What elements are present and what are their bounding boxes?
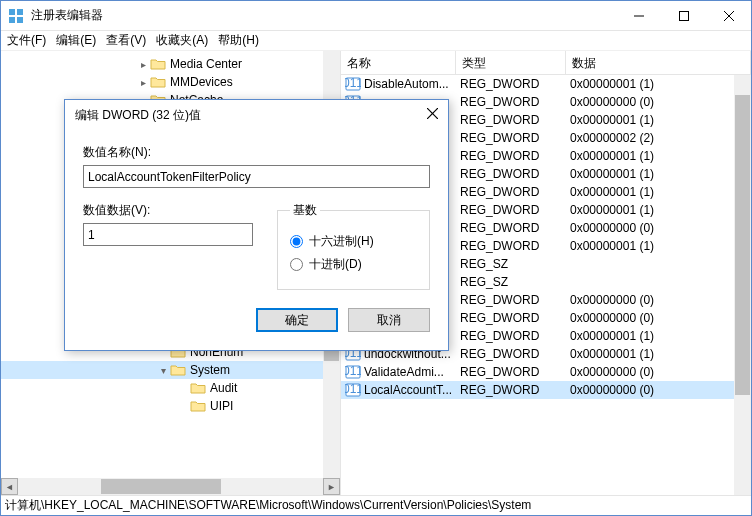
base-legend: 基数 bbox=[290, 202, 320, 219]
close-button[interactable] bbox=[706, 1, 751, 30]
value-data: 0x00000000 (0) bbox=[566, 311, 751, 325]
value-data: 0x00000001 (1) bbox=[566, 167, 751, 181]
titlebar: 注册表编辑器 bbox=[1, 1, 751, 31]
radio-hex[interactable]: 十六进制(H) bbox=[290, 233, 417, 250]
svg-rect-3 bbox=[17, 17, 23, 23]
maximize-button[interactable] bbox=[661, 1, 706, 30]
radio-hex-input[interactable] bbox=[290, 235, 303, 248]
value-type: REG_DWORD bbox=[456, 185, 566, 199]
value-type: REG_DWORD bbox=[456, 95, 566, 109]
value-data: 0x00000001 (1) bbox=[566, 77, 751, 91]
menu-help[interactable]: 帮助(H) bbox=[218, 32, 259, 49]
value-data: 0x00000001 (1) bbox=[566, 239, 751, 253]
list-row[interactable]: 011DisableAutom...REG_DWORD0x00000001 (1… bbox=[341, 75, 751, 93]
value-data: 0x00000001 (1) bbox=[566, 347, 751, 361]
value-type: REG_DWORD bbox=[456, 293, 566, 307]
svg-rect-2 bbox=[9, 17, 15, 23]
value-data: 0x00000000 (0) bbox=[566, 293, 751, 307]
list-scrollbar-v[interactable] bbox=[734, 75, 751, 495]
value-name: LocalAccountT... bbox=[364, 383, 452, 397]
value-type: REG_DWORD bbox=[456, 239, 566, 253]
value-type: REG_DWORD bbox=[456, 311, 566, 325]
svg-text:011: 011 bbox=[345, 77, 361, 90]
list-row[interactable]: 011LocalAccountT...REG_DWORD0x00000000 (… bbox=[341, 381, 751, 399]
folder-icon bbox=[150, 57, 166, 71]
folder-icon bbox=[150, 75, 166, 89]
menubar: 文件(F) 编辑(E) 查看(V) 收藏夹(A) 帮助(H) bbox=[1, 31, 751, 51]
value-data: 0x00000001 (1) bbox=[566, 149, 751, 163]
value-icon: 011 bbox=[345, 365, 361, 379]
menu-view[interactable]: 查看(V) bbox=[106, 32, 146, 49]
window-title: 注册表编辑器 bbox=[31, 7, 616, 24]
minimize-button[interactable] bbox=[616, 1, 661, 30]
list-header: 名称 类型 数据 bbox=[341, 51, 751, 75]
expand-icon[interactable]: ▾ bbox=[156, 365, 170, 376]
col-type[interactable]: 类型 bbox=[456, 51, 566, 74]
tree-label: Audit bbox=[210, 381, 237, 395]
tree-scrollbar-h[interactable]: ◄ ► bbox=[1, 478, 340, 495]
value-name: DisableAutom... bbox=[364, 77, 449, 91]
value-data: 0x00000001 (1) bbox=[566, 185, 751, 199]
ok-button[interactable]: 确定 bbox=[256, 308, 338, 332]
value-type: REG_DWORD bbox=[456, 113, 566, 127]
value-data: 0x00000000 (0) bbox=[566, 383, 751, 397]
folder-icon bbox=[190, 399, 206, 413]
value-data: 0x00000001 (1) bbox=[566, 203, 751, 217]
radio-dec-input[interactable] bbox=[290, 258, 303, 271]
tree-label: UIPI bbox=[210, 399, 233, 413]
radio-dec[interactable]: 十进制(D) bbox=[290, 256, 417, 273]
expand-icon[interactable]: ▸ bbox=[136, 77, 150, 88]
value-data: 0x00000001 (1) bbox=[566, 113, 751, 127]
value-icon: 011 bbox=[345, 383, 361, 397]
col-name[interactable]: 名称 bbox=[341, 51, 456, 74]
menu-favorites[interactable]: 收藏夹(A) bbox=[156, 32, 208, 49]
svg-text:011: 011 bbox=[345, 365, 361, 378]
tree-item[interactable]: ▸MMDevices bbox=[1, 73, 340, 91]
edit-dword-dialog: 编辑 DWORD (32 位)值 数值名称(N): 数值数据(V): 基数 十六… bbox=[64, 99, 449, 351]
value-data: 0x00000000 (0) bbox=[566, 221, 751, 235]
window-buttons bbox=[616, 1, 751, 30]
tree-item[interactable]: UIPI bbox=[1, 397, 340, 415]
tree-item[interactable]: Audit bbox=[1, 379, 340, 397]
folder-icon bbox=[170, 363, 186, 377]
value-type: REG_DWORD bbox=[456, 347, 566, 361]
svg-text:011: 011 bbox=[345, 383, 361, 396]
value-type: REG_DWORD bbox=[456, 167, 566, 181]
value-data: 0x00000000 (0) bbox=[566, 365, 751, 379]
value-icon: 011 bbox=[345, 77, 361, 91]
value-type: REG_DWORD bbox=[456, 383, 566, 397]
statusbar: 计算机\HKEY_LOCAL_MACHINE\SOFTWARE\Microsof… bbox=[1, 495, 751, 515]
value-type: REG_DWORD bbox=[456, 365, 566, 379]
base-fieldset: 基数 十六进制(H) 十进制(D) bbox=[277, 202, 430, 290]
expand-icon[interactable]: ▸ bbox=[136, 59, 150, 70]
list-row[interactable]: 011ValidateAdmi...REG_DWORD0x00000000 (0… bbox=[341, 363, 751, 381]
value-type: REG_DWORD bbox=[456, 221, 566, 235]
value-data: 0x00000002 (2) bbox=[566, 131, 751, 145]
value-data-label: 数值数据(V): bbox=[83, 202, 253, 219]
value-name: ValidateAdmi... bbox=[364, 365, 444, 379]
cancel-button[interactable]: 取消 bbox=[348, 308, 430, 332]
folder-icon bbox=[190, 381, 206, 395]
value-type: REG_DWORD bbox=[456, 77, 566, 91]
value-type: REG_DWORD bbox=[456, 203, 566, 217]
tree-label: System bbox=[190, 363, 230, 377]
col-data[interactable]: 数据 bbox=[566, 51, 751, 74]
tree-label: MMDevices bbox=[170, 75, 233, 89]
tree-label: Media Center bbox=[170, 57, 242, 71]
value-type: REG_DWORD bbox=[456, 149, 566, 163]
value-name-input[interactable] bbox=[83, 165, 430, 188]
value-data: 0x00000001 (1) bbox=[566, 329, 751, 343]
value-data-input[interactable] bbox=[83, 223, 253, 246]
tree-item[interactable]: ▸Media Center bbox=[1, 55, 340, 73]
status-path: 计算机\HKEY_LOCAL_MACHINE\SOFTWARE\Microsof… bbox=[5, 497, 531, 514]
app-icon bbox=[8, 8, 24, 24]
menu-file[interactable]: 文件(F) bbox=[7, 32, 46, 49]
dialog-close-icon[interactable] bbox=[427, 108, 438, 122]
menu-edit[interactable]: 编辑(E) bbox=[56, 32, 96, 49]
dialog-titlebar[interactable]: 编辑 DWORD (32 位)值 bbox=[65, 100, 448, 130]
tree-item[interactable]: ▾System bbox=[1, 361, 340, 379]
svg-rect-0 bbox=[9, 9, 15, 15]
value-type: REG_SZ bbox=[456, 257, 566, 271]
svg-rect-5 bbox=[679, 11, 688, 20]
value-type: REG_DWORD bbox=[456, 131, 566, 145]
